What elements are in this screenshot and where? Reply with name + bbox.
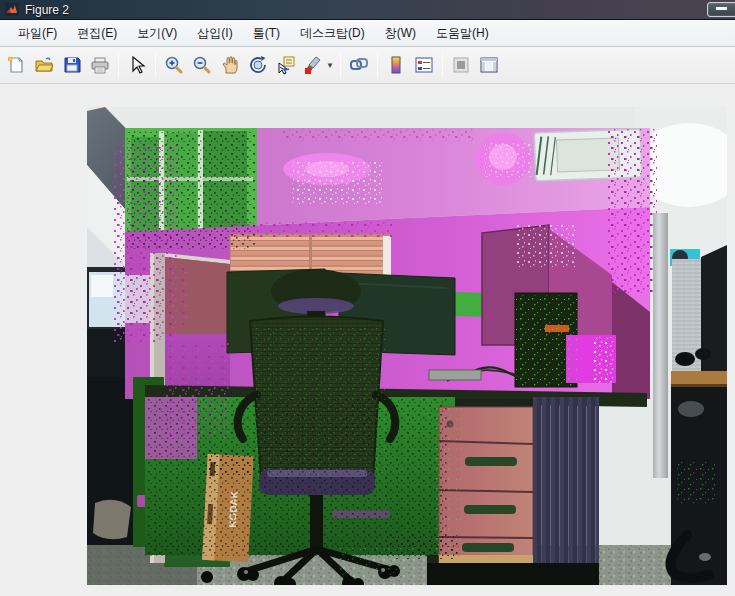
- show-plot-tools-icon: [479, 55, 499, 75]
- brush-data-button[interactable]: ▼: [300, 51, 336, 79]
- menu-insert[interactable]: 삽입(I): [187, 21, 242, 46]
- toolbar-separator: [155, 53, 156, 77]
- window-title: Figure 2: [25, 0, 69, 20]
- minimize-icon: [716, 7, 727, 10]
- new-figure-button[interactable]: [2, 51, 30, 79]
- rotate-3d-icon: [248, 55, 268, 75]
- legend-icon: [414, 55, 434, 75]
- menu-edit[interactable]: 편집(E): [67, 21, 127, 46]
- wood-shelf: [671, 371, 727, 386]
- figure-window: Figure 2 파일(F) 편집(E) 보기(V) 삽입(I) 툴(T) 데스…: [0, 0, 735, 596]
- data-cursor-icon: [276, 55, 296, 75]
- rotate-3d-button[interactable]: [244, 51, 272, 79]
- edit-plot-button[interactable]: [123, 51, 151, 79]
- open-folder-icon: [34, 55, 54, 75]
- insert-colorbar-button[interactable]: [382, 51, 410, 79]
- zoom-in-button[interactable]: [160, 51, 188, 79]
- link-icon: [349, 55, 369, 75]
- figure-canvas: KODAK: [0, 84, 735, 595]
- figure-toolbar: ▼: [0, 47, 735, 84]
- link-plot-button[interactable]: [345, 51, 373, 79]
- printer-icon: [90, 55, 110, 75]
- insert-legend-button[interactable]: [410, 51, 438, 79]
- open-file-button[interactable]: [30, 51, 58, 79]
- hide-plot-tools-icon: [451, 55, 471, 75]
- menu-view[interactable]: 보기(V): [127, 21, 187, 46]
- new-figure-icon: [6, 55, 26, 75]
- toolbar-separator: [118, 53, 119, 77]
- dropdown-caret-icon: ▼: [326, 61, 334, 70]
- menu-help[interactable]: 도움말(H): [426, 21, 499, 46]
- colorbar-icon: [386, 55, 406, 75]
- ribbed-panel: [533, 397, 599, 573]
- brush-icon: [302, 55, 324, 75]
- data-cursor-button[interactable]: [272, 51, 300, 79]
- save-figure-button[interactable]: [58, 51, 86, 79]
- toolbar-separator: [377, 53, 378, 77]
- arrow-cursor-icon: [127, 55, 147, 75]
- zoom-in-icon: [164, 55, 184, 75]
- figure-image[interactable]: KODAK: [87, 107, 727, 585]
- menu-window[interactable]: 창(W): [375, 21, 426, 46]
- hide-plot-tools-button[interactable]: [447, 51, 475, 79]
- pan-button[interactable]: [216, 51, 244, 79]
- matlab-logo-icon: [5, 3, 19, 16]
- toolbar-separator: [340, 53, 341, 77]
- menu-file[interactable]: 파일(F): [8, 21, 67, 46]
- minimize-button[interactable]: [707, 2, 735, 17]
- false-color-region: KODAK: [113, 128, 657, 585]
- hand-icon: [220, 55, 240, 75]
- save-floppy-icon: [62, 55, 82, 75]
- menu-desktop[interactable]: 데스크탑(D): [290, 21, 375, 46]
- zoom-out-icon: [192, 55, 212, 75]
- toolbar-separator: [442, 53, 443, 77]
- support-pole: [653, 213, 668, 478]
- menubar: 파일(F) 편집(E) 보기(V) 삽입(I) 툴(T) 데스크탑(D) 창(W…: [0, 20, 735, 47]
- foot-blob: [93, 500, 131, 539]
- show-plot-tools-button[interactable]: [475, 51, 503, 79]
- print-figure-button[interactable]: [86, 51, 114, 79]
- menu-tools[interactable]: 툴(T): [243, 21, 290, 46]
- titlebar[interactable]: Figure 2: [0, 0, 735, 20]
- zoom-out-button[interactable]: [188, 51, 216, 79]
